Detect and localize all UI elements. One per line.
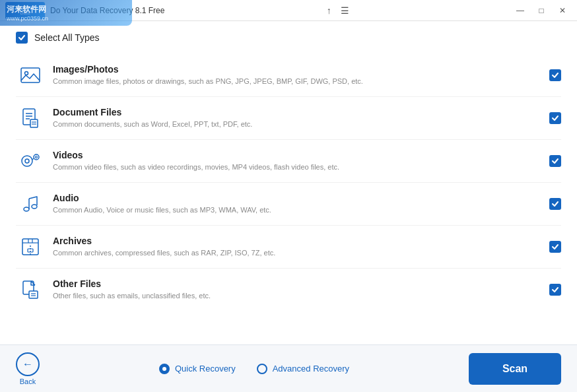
select-all-row[interactable]: Select All Types (16, 32, 561, 44)
audio-icon (16, 189, 45, 218)
other-checkbox[interactable] (549, 284, 561, 296)
archives-desc: Common archives, compressed files, such … (53, 248, 541, 258)
audio-info: Audio Common Audio, Voice or music files… (45, 193, 541, 215)
documents-info: Document Files Common documents, such as… (45, 107, 541, 129)
documents-desc: Common documents, such as Word, Excel, P… (53, 119, 541, 129)
maximize-button[interactable]: □ (532, 3, 551, 18)
audio-desc: Common Audio, Voice or music files, such… (53, 205, 541, 215)
file-type-row-images: Images/Photos Common image files, photos… (16, 54, 561, 97)
title-bar-left: Do YourData Do Your Data Recovery 8.1 Fr… (5, 2, 164, 19)
file-type-row-other: Other Files Other files, such as emails,… (16, 269, 561, 311)
upload-icon[interactable]: ↑ (327, 5, 331, 16)
archives-icon (16, 232, 45, 261)
title-bar: Do YourData Do Your Data Recovery 8.1 Fr… (0, 0, 577, 21)
file-type-row-archives: Archives Common archives, compressed fil… (16, 226, 561, 269)
file-type-row-videos: Videos Common video files, such as video… (16, 140, 561, 183)
advanced-recovery-radio[interactable] (257, 364, 267, 374)
scan-button[interactable]: Scan (469, 353, 561, 385)
svg-point-1 (25, 72, 28, 75)
documents-name: Document Files (53, 107, 541, 117)
images-checkbox[interactable] (549, 69, 561, 81)
file-type-row-audio: Audio Common Audio, Voice or music files… (16, 183, 561, 226)
footer: ← Back Quick Recovery Advanced Recovery … (0, 344, 577, 392)
svg-rect-0 (21, 68, 40, 82)
images-icon (16, 61, 45, 90)
svg-rect-25 (29, 291, 38, 298)
images-name: Images/Photos (53, 64, 541, 75)
svg-point-12 (36, 156, 38, 158)
quick-recovery-radio[interactable] (159, 364, 170, 374)
advanced-recovery-label: Advanced Recovery (273, 364, 349, 374)
main-content: Select All Types Images/Photos Common im… (0, 21, 577, 344)
documents-checkbox[interactable] (549, 112, 561, 124)
window-controls: — □ ✕ (511, 3, 572, 18)
minimize-button[interactable]: — (511, 3, 529, 18)
quick-recovery-option[interactable]: Quick Recovery (159, 364, 236, 374)
select-all-label: Select All Types (34, 32, 100, 43)
svg-rect-6 (30, 119, 38, 127)
back-button[interactable]: ← Back (16, 352, 40, 385)
app-title: Do Your Data Recovery 8.1 Free (50, 6, 164, 15)
other-info: Other Files Other files, such as emails,… (45, 278, 541, 301)
close-button[interactable]: ✕ (553, 3, 572, 18)
recovery-options: Quick Recovery Advanced Recovery (50, 364, 458, 374)
svg-point-16 (32, 205, 37, 209)
svg-point-11 (34, 154, 39, 160)
other-desc: Other files, such as emails, unclassifie… (53, 291, 541, 301)
file-type-row-documents: Document Files Common documents, such as… (16, 97, 561, 140)
videos-checkbox[interactable] (549, 155, 561, 167)
videos-name: Videos (53, 150, 541, 160)
svg-point-10 (25, 159, 29, 163)
svg-point-9 (22, 156, 32, 166)
videos-icon (16, 147, 45, 176)
svg-point-14 (24, 207, 29, 211)
archives-name: Archives (53, 236, 541, 246)
other-name: Other Files (53, 278, 541, 289)
title-mid-icons: ↑ ☰ (327, 5, 349, 16)
app-logo: Do YourData (5, 2, 45, 19)
audio-checkbox[interactable] (549, 198, 561, 210)
videos-desc: Common video files, such as video record… (53, 162, 541, 172)
back-circle-icon: ← (16, 352, 40, 376)
advanced-recovery-option[interactable]: Advanced Recovery (257, 364, 349, 374)
images-info: Images/Photos Common image files, photos… (45, 64, 541, 86)
audio-name: Audio (53, 193, 541, 203)
quick-recovery-label: Quick Recovery (175, 364, 236, 374)
select-all-checkbox[interactable] (16, 32, 28, 44)
images-desc: Common image files, photos or drawings, … (53, 77, 541, 86)
archives-info: Archives Common archives, compressed fil… (45, 236, 541, 258)
menu-icon[interactable]: ☰ (341, 5, 349, 16)
other-icon (16, 275, 45, 304)
archives-checkbox[interactable] (549, 241, 561, 253)
back-label: Back (20, 377, 36, 385)
documents-icon (16, 104, 45, 133)
videos-info: Videos Common video files, such as video… (45, 150, 541, 172)
